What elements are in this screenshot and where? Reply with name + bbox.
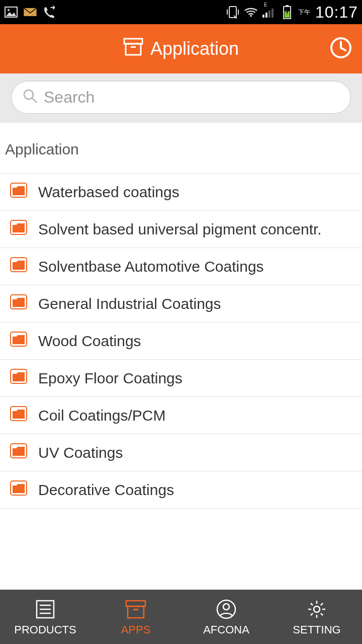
history-button[interactable] bbox=[330, 37, 352, 61]
svg-rect-32 bbox=[133, 609, 138, 610]
status-right: E 下午 10:17 bbox=[226, 3, 358, 22]
folder-icon bbox=[10, 257, 27, 276]
svg-rect-7 bbox=[268, 11, 270, 18]
list-icon bbox=[35, 597, 56, 621]
svg-line-43 bbox=[311, 613, 313, 615]
folder-icon bbox=[10, 332, 27, 350]
application-list: Waterbased coatings Solvent based univer… bbox=[0, 173, 362, 509]
svg-rect-8 bbox=[272, 9, 274, 18]
list-item[interactable]: Solventbase Automotive Coatings bbox=[0, 248, 362, 285]
search-area bbox=[0, 73, 362, 123]
list-item[interactable]: Decorative Coatings bbox=[0, 471, 362, 509]
call-forward-icon bbox=[42, 5, 56, 19]
svg-rect-31 bbox=[128, 606, 144, 618]
gear-icon bbox=[306, 597, 327, 621]
nav-setting[interactable]: SETTING bbox=[272, 590, 362, 644]
svg-rect-6 bbox=[265, 13, 267, 18]
nav-label: SETTING bbox=[293, 623, 340, 636]
svg-line-41 bbox=[321, 613, 323, 615]
svg-line-40 bbox=[311, 603, 313, 605]
search-icon bbox=[23, 89, 38, 106]
list-item[interactable]: Coil Coatings/PCM bbox=[0, 396, 362, 434]
list-item-label: Solventbase Automotive Coatings bbox=[38, 258, 264, 275]
list-item-label: Decorative Coatings bbox=[38, 481, 174, 499]
nav-label: PRODUCTS bbox=[14, 623, 76, 636]
svg-rect-14 bbox=[131, 46, 136, 48]
list-item-label: Coil Coatings/PCM bbox=[38, 407, 165, 424]
folder-icon bbox=[10, 294, 27, 313]
nav-label: AFCONA bbox=[203, 623, 249, 636]
folder-icon bbox=[10, 480, 27, 499]
status-left bbox=[4, 5, 56, 19]
folder-icon bbox=[10, 220, 27, 238]
list-item[interactable]: Wood Coatings bbox=[0, 322, 362, 359]
list-item[interactable]: Epoxy Floor Coatings bbox=[0, 359, 362, 396]
status-bar: E 下午 10:17 bbox=[0, 0, 362, 24]
svg-point-1 bbox=[8, 9, 10, 11]
folder-icon bbox=[10, 406, 27, 425]
list-item-label: UV Coatings bbox=[38, 444, 123, 461]
svg-line-42 bbox=[321, 603, 323, 605]
archive-box-icon bbox=[123, 38, 143, 60]
section-title: Application bbox=[0, 123, 362, 173]
signal-icon: E bbox=[262, 5, 276, 19]
list-item-label: General Industrial Coatings bbox=[38, 295, 221, 312]
picture-icon bbox=[4, 5, 18, 19]
svg-rect-3 bbox=[229, 7, 236, 18]
clock-time: 10:17 bbox=[315, 3, 358, 22]
folder-icon bbox=[10, 369, 27, 387]
svg-point-4 bbox=[250, 15, 252, 17]
list-item-label: Wood Coatings bbox=[38, 333, 141, 350]
nav-products[interactable]: PRODUCTS bbox=[0, 590, 90, 644]
mail-icon bbox=[23, 5, 37, 19]
svg-point-35 bbox=[314, 606, 320, 612]
folder-icon bbox=[10, 443, 27, 462]
list-item[interactable]: UV Coatings bbox=[0, 434, 362, 471]
page-title-text: Application bbox=[150, 38, 239, 59]
battery-icon bbox=[280, 5, 294, 19]
svg-rect-30 bbox=[126, 601, 145, 606]
folder-icon bbox=[10, 183, 27, 201]
archive-box-icon bbox=[125, 597, 147, 621]
list-item[interactable]: Solvent based universal pigment concentr… bbox=[0, 210, 362, 248]
list-item[interactable]: Waterbased coatings bbox=[0, 173, 362, 210]
svg-rect-13 bbox=[126, 44, 141, 55]
list-item-label: Waterbased coatings bbox=[38, 184, 179, 201]
search-field[interactable] bbox=[11, 80, 351, 114]
list-item-label: Epoxy Floor Coatings bbox=[38, 370, 183, 387]
person-circle-icon bbox=[216, 597, 237, 621]
nav-afcona[interactable]: AFCONA bbox=[181, 590, 272, 644]
svg-rect-5 bbox=[262, 15, 264, 18]
vibrate-icon bbox=[226, 5, 240, 19]
app-header: Application bbox=[0, 24, 362, 73]
nav-apps[interactable]: APPS bbox=[90, 590, 181, 644]
svg-point-34 bbox=[223, 604, 229, 610]
clock-ampm: 下午 bbox=[298, 8, 310, 17]
list-item-label: Solvent based universal pigment concentr… bbox=[38, 221, 322, 238]
bottom-nav: PRODUCTS APPS AFCONA SETTING bbox=[0, 590, 362, 644]
search-input[interactable] bbox=[44, 88, 339, 107]
page-title: Application bbox=[123, 38, 239, 60]
wifi-icon bbox=[244, 5, 258, 19]
nav-label: APPS bbox=[121, 623, 151, 636]
list-item[interactable]: General Industrial Coatings bbox=[0, 285, 362, 322]
